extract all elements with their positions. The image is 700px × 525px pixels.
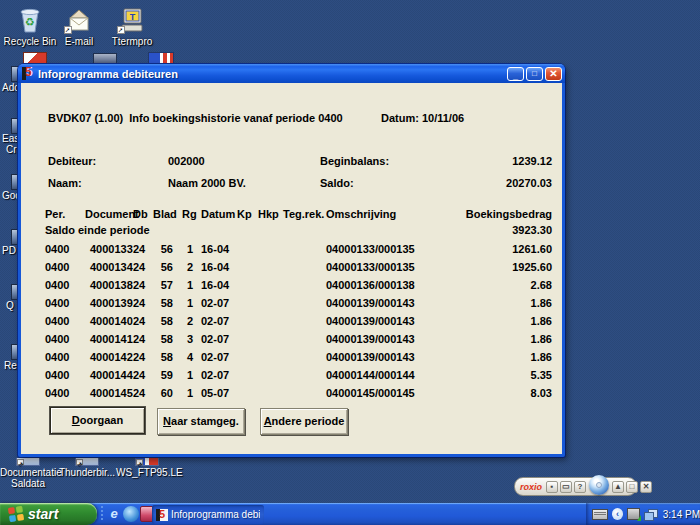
desktop-icon-fragment[interactable] — [11, 174, 18, 190]
table-row: 0400 4000138 24 57 1 16-04 04000136/0001… — [21, 279, 562, 294]
desktop-icon-recycle-bin[interactable]: ♻ Recycle Bin — [2, 6, 58, 47]
beginbalans-label: Beginbalans: — [320, 155, 389, 167]
taskbar-separator — [101, 506, 103, 522]
cell-per: 0400 — [45, 243, 69, 255]
cell-db: 24 — [133, 279, 145, 291]
roxio-help-icon[interactable]: ? — [574, 481, 586, 493]
roxio-restore-button[interactable]: □ — [626, 481, 638, 493]
cell-blad: 56 — [153, 261, 173, 273]
table-row: 0400 4000141 24 58 3 02-07 04000139/0001… — [21, 333, 562, 348]
cell-boekingsbedrag: 1925.60 — [512, 261, 552, 273]
cell-per: 0400 — [45, 333, 69, 345]
network-icon[interactable] — [644, 509, 658, 520]
desktop-icon-fragment[interactable] — [11, 229, 18, 245]
cell-document: 4000133 — [90, 243, 133, 255]
desktop-icon-label: WS_FTP95.LE — [116, 467, 178, 478]
task-app-icon: 5 — [156, 509, 168, 521]
cell-omschrijving: 04000136/000138 — [326, 279, 415, 291]
browser-globe-icon[interactable] — [123, 506, 139, 522]
cell-document: 4000144 — [90, 369, 133, 381]
saldo-row-value: 3923.30 — [512, 224, 552, 236]
desktop-icon-fragment[interactable] — [11, 284, 18, 300]
desktop-icon-fragment — [75, 458, 99, 466]
window-titlebar[interactable]: 5 Infoprogramma debiteuren _ □ ✕ — [18, 64, 565, 83]
table-row: 0400 4000139 24 58 1 02-07 04000139/0001… — [21, 297, 562, 312]
cell-rg: 4 — [177, 351, 193, 363]
desktop-icon-documentatie-saldata[interactable]: Documentatie Saldata — [0, 458, 56, 489]
cell-per: 0400 — [45, 387, 69, 399]
cell-omschrijving: 04000133/000135 — [326, 261, 415, 273]
hide-icons-chevron[interactable]: ‹ — [612, 508, 624, 520]
cell-blad: 57 — [153, 279, 173, 291]
cell-boekingsbedrag: 1.86 — [531, 351, 552, 363]
shortcut-arrow-icon — [117, 26, 125, 34]
desktop-icon-thunderbird[interactable]: Thunderbir... — [58, 458, 116, 478]
table-row: 0400 4000144 24 59 1 02-07 04000144/0001… — [21, 369, 562, 384]
cell-boekingsbedrag: 1.86 — [531, 297, 552, 309]
roxio-toolbar[interactable]: roxio ▪ ▭ ? ▲ □ ✕ — [514, 477, 637, 496]
svg-text:♻: ♻ — [25, 16, 35, 28]
cell-db: 24 — [133, 243, 145, 255]
naar-stamgeg-button[interactable]: Naar stamgeg. — [157, 408, 245, 435]
internet-explorer-icon[interactable]: e — [106, 506, 122, 522]
minimize-button[interactable]: _ — [507, 67, 524, 81]
header-date: Datum: 10/11/06 — [381, 112, 464, 124]
maximize-button[interactable]: □ — [526, 67, 543, 81]
start-button[interactable]: start — [0, 503, 97, 525]
doorgaan-button[interactable]: Doorgaan — [50, 407, 145, 434]
col-header-rg: Rg — [182, 208, 197, 220]
keyboard-layout-icon[interactable] — [592, 509, 608, 520]
cell-datum: 02-07 — [201, 297, 229, 309]
cell-omschrijving: 04000139/000143 — [326, 297, 415, 309]
desktop-icon-fragment[interactable] — [11, 66, 18, 82]
cell-rg: 1 — [177, 369, 193, 381]
cell-per: 0400 — [45, 297, 69, 309]
email-icon — [64, 6, 94, 34]
desktop-icon-label-partial[interactable]: Cr — [6, 144, 17, 155]
desktop-icon-label: Thunderbir... — [58, 467, 116, 478]
desktop-icon-ttermpro[interactable]: T Ttermpro — [104, 6, 160, 47]
desktop-icon-label-partial[interactable]: PD — [2, 245, 16, 256]
desktop-icon-label-partial[interactable]: Q — [6, 300, 14, 311]
cell-datum: 16-04 — [201, 261, 229, 273]
cell-blad: 58 — [153, 315, 173, 327]
desktop-icon-label: Ttermpro — [104, 36, 160, 47]
desktop-icon-label-partial[interactable]: Re — [4, 360, 17, 371]
roxio-eject-button[interactable]: ▲ — [612, 481, 624, 493]
roxio-settings-icon[interactable]: ▪ — [546, 481, 558, 493]
cell-omschrijving: 04000144/000144 — [326, 369, 415, 381]
col-header-boekingsbedrag: Boekingsbedrag — [466, 208, 552, 220]
cell-document: 4000140 — [90, 315, 133, 327]
desktop-icon-fragment[interactable] — [11, 344, 18, 360]
desktop-icon-fragment[interactable] — [11, 118, 18, 134]
col-header-hkp: Hkp — [258, 208, 279, 220]
cell-datum: 16-04 — [201, 279, 229, 291]
desktop-icon-fragment — [16, 458, 40, 466]
beginbalans-value: 1239.12 — [512, 155, 552, 167]
cd-disc-icon[interactable] — [589, 475, 609, 495]
desktop-icon-wsftp[interactable]: WS_FTP95.LE — [116, 458, 178, 478]
roxio-folder-icon[interactable]: ▭ — [560, 481, 572, 493]
cell-datum: 02-07 — [201, 333, 229, 345]
andere-periode-button[interactable]: Andere periode — [260, 408, 348, 435]
taskbar-task-infoprogramma[interactable]: 5 Infoprogramma debit... — [152, 505, 264, 524]
table-row: 0400 4000133 24 56 1 16-04 04000133/0001… — [21, 243, 562, 258]
table-row: 0400 4000145 24 60 1 05-07 04000145/0001… — [21, 387, 562, 402]
saldo-einde-periode-row: Saldo einde periode 3923.30 — [21, 224, 562, 239]
roxio-close-button[interactable]: ✕ — [640, 481, 652, 493]
shortcut-arrow-icon — [64, 26, 72, 34]
cell-omschrijving: 04000139/000143 — [326, 333, 415, 345]
disk-activity-icon[interactable] — [627, 508, 640, 520]
cell-boekingsbedrag: 1.86 — [531, 315, 552, 327]
close-button[interactable]: ✕ — [545, 67, 562, 81]
cell-rg: 1 — [177, 279, 193, 291]
app-window: 5 Infoprogramma debiteuren _ □ ✕ BVDK07 … — [18, 64, 565, 457]
cell-per: 0400 — [45, 279, 69, 291]
cell-blad: 58 — [153, 333, 173, 345]
cell-document: 4000139 — [90, 297, 133, 309]
cell-omschrijving: 04000145/000145 — [326, 387, 415, 399]
cell-rg: 2 — [177, 315, 193, 327]
desktop-icon-email[interactable]: E-mail — [51, 6, 107, 47]
table-row: 0400 4000134 24 56 2 16-04 04000133/0001… — [21, 261, 562, 276]
shortcut-arrow-icon — [17, 459, 24, 465]
